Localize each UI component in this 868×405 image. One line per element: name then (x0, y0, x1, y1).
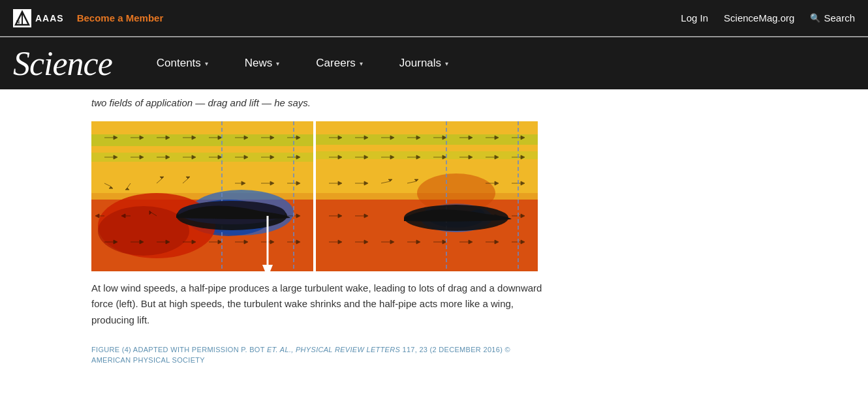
nav-item-news[interactable]: News ▾ (226, 37, 298, 89)
science-logo[interactable]: Science (13, 44, 112, 83)
svg-rect-98 (316, 151, 538, 159)
careers-arrow: ▾ (360, 60, 363, 67)
nav-item-careers[interactable]: Careers ▾ (298, 37, 380, 89)
attribution-italic: ET. AL., PHYSICAL REVIEW LETTERS (267, 346, 400, 353)
journals-label: Journals (399, 57, 441, 70)
main-nav: Contents ▾ News ▾ Careers ▾ Journals ▾ (138, 37, 467, 89)
news-arrow: ▾ (276, 60, 279, 67)
nav-item-contents[interactable]: Contents ▾ (138, 37, 226, 89)
figure-left (91, 121, 313, 271)
top-bar-right: Log In ScienceMag.org 🔍 Search (681, 12, 855, 23)
aaas-text: AAAS (35, 13, 64, 23)
aaas-logo: N AAAS (13, 9, 64, 27)
figure-attribution: FIGURE (4) ADAPTED WITH PERMISSION P. BO… (91, 344, 548, 366)
figure-caption: At low wind speeds, a half-pipe produces… (91, 280, 548, 329)
cfd-right-svg (316, 121, 538, 271)
nav-bar: Science Contents ▾ News ▾ Careers ▾ Jour… (0, 37, 868, 89)
nav-item-journals[interactable]: Journals ▾ (381, 37, 467, 89)
top-bar: N AAAS Become a Member Log In ScienceMag… (0, 0, 868, 37)
search-button[interactable]: 🔍 Search (810, 12, 855, 23)
svg-rect-97 (316, 134, 538, 145)
attribution-text: FIGURE (4) ADAPTED WITH PERMISSION P. BO… (91, 346, 267, 353)
svg-rect-8 (91, 134, 313, 146)
svg-point-13 (98, 206, 189, 256)
sciencemag-link[interactable]: ScienceMag.org (724, 12, 794, 23)
contents-label: Contents (157, 57, 201, 70)
login-link[interactable]: Log In (681, 12, 708, 23)
contents-arrow: ▾ (205, 60, 208, 67)
svg-text:N: N (16, 20, 20, 24)
search-icon: 🔍 (810, 13, 820, 23)
figure-right (316, 121, 538, 271)
become-member-link[interactable]: Become a Member (77, 12, 164, 23)
journals-arrow: ▾ (445, 60, 448, 67)
svg-rect-9 (91, 153, 313, 162)
search-label: Search (824, 12, 855, 23)
aaas-logo-icon: N (13, 9, 31, 27)
top-bar-left: N AAAS Become a Member (13, 9, 163, 27)
news-label: News (245, 57, 273, 70)
cfd-left-svg (91, 121, 313, 271)
figure-container: At low wind speeds, a half-pipe produces… (91, 121, 561, 366)
intro-text: two fields of application — drag and lif… (91, 89, 561, 121)
main-content: two fields of application — drag and lif… (0, 89, 574, 405)
figure-images (91, 121, 561, 271)
careers-label: Careers (316, 57, 355, 70)
